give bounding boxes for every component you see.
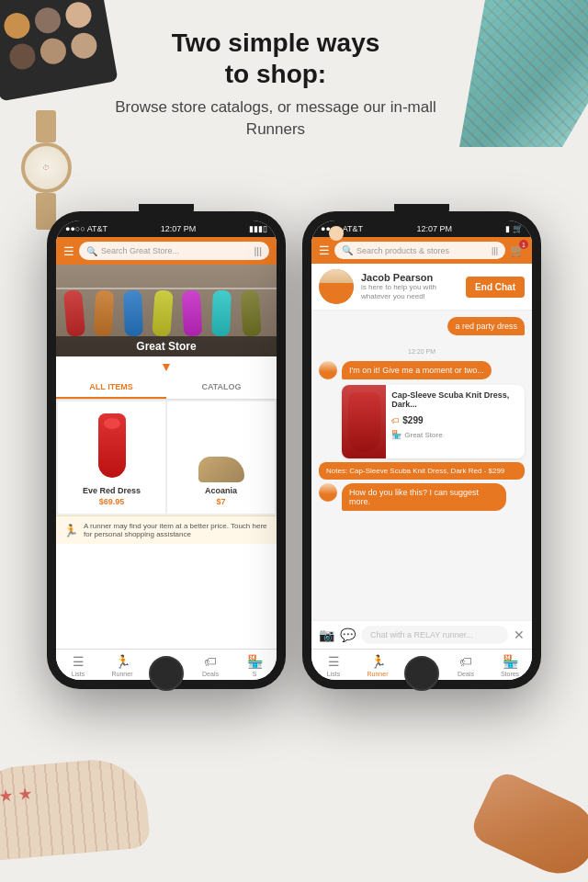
nav-deals[interactable]: 🏷 Deals <box>188 650 232 680</box>
message-bubble-left-2: How do you like this? I can suggest more… <box>342 483 506 511</box>
product-card-image <box>342 385 386 458</box>
phone1: ●●○○ AT&T 12:07 PM ▮▮▮▯ ☰ 🔍 Search Great… <box>47 211 286 689</box>
phone1-tabs[interactable]: ALL ITEMS CATALOG <box>56 377 277 400</box>
hamburger-icon[interactable]: ☰ <box>63 244 74 258</box>
deals-icon-2: 🏷 <box>446 654 486 669</box>
phone2-search-bar[interactable]: ☰ 🔍 Search products & stores ||| 🛒 1 <box>311 237 532 264</box>
nav2-deals[interactable]: 🏷 Deals <box>444 650 488 680</box>
chat-input-bar: 📷 💬 Chat with a RELAY runner... ✕ <box>311 620 532 649</box>
phone1-time: 12:07 PM <box>161 224 197 233</box>
phone1-screen: ●●○○ AT&T 12:07 PM ▮▮▮▯ ☰ 🔍 Search Great… <box>56 220 277 680</box>
nav2-stores[interactable]: 🏪 Stores <box>488 650 532 680</box>
stores-icon-2: 🏪 <box>490 654 530 669</box>
message-left-2: How do you like this? I can suggest more… <box>319 483 525 511</box>
store-image: Great Store <box>56 265 277 356</box>
search-input-2[interactable]: 🔍 Search products & stores ||| <box>334 242 505 259</box>
bread-decoration <box>468 768 588 882</box>
phone1-home-button[interactable] <box>149 656 184 691</box>
phone2-battery: ▮ 🛒 <box>505 224 523 233</box>
chat-messages-container: a red party dress 12:20 PM I'm on it! Gi… <box>311 311 532 680</box>
search-input[interactable]: 🔍 Search Great Store... ||| <box>79 242 269 260</box>
product-note: Notes: Cap-Sleeve Scuba Knit Dress, Dark… <box>319 462 525 480</box>
close-icon[interactable]: ✕ <box>514 628 525 642</box>
palette-circle <box>63 0 93 29</box>
nav-runner[interactable]: 🏃 Runner <box>100 650 144 680</box>
product-2-price: $7 <box>173 497 269 506</box>
tab-catalog[interactable]: CATALOG <box>166 377 277 399</box>
runner-banner-text: A runner may find your item at a better … <box>84 522 269 538</box>
runner-avatar-sm-2 <box>319 483 337 502</box>
product-1[interactable]: Eve Red Dress $69.95 <box>58 401 165 514</box>
product-2-name: Acoania <box>173 486 269 495</box>
barcode-icon-2: ||| <box>492 246 498 255</box>
message-left-1: I'm on it! Give me a moment or two... <box>319 361 525 379</box>
deals-icon: 🏷 <box>190 654 231 669</box>
message-bubble-left-1: I'm on it! Give me a moment or two... <box>342 361 492 379</box>
price-tag-icon: 🏷 <box>391 416 400 425</box>
phone2: ●●○○ AT&T 12:07 PM ▮ 🛒 ☰ 🔍 Search produc… <box>302 211 541 689</box>
phone1-status-bar: ●●○○ AT&T 12:07 PM ▮▮▮▯ <box>56 220 277 237</box>
stores-icon: 🏪 <box>234 654 275 669</box>
nav2-runner[interactable]: 🏃 Runner <box>356 650 400 680</box>
runner-nav-icon-2: 🏃 <box>357 654 398 669</box>
phone1-battery: ▮▮▮▯ <box>249 224 267 233</box>
runner-icon: 🏃 <box>63 524 78 537</box>
message-right-1: a red party dress <box>319 316 525 335</box>
chat-bubble-icon[interactable]: 💬 <box>340 628 356 642</box>
product-2[interactable]: Acoania $7 <box>167 401 275 514</box>
camera-icon[interactable]: 📷 <box>319 628 334 642</box>
barcode-icon: ||| <box>254 245 262 256</box>
hamburger-icon-2[interactable]: ☰ <box>319 243 330 257</box>
list-icon-2: ☰ <box>313 654 354 669</box>
phones-container: ●●○○ AT&T 12:07 PM ▮▮▮▯ ☰ 🔍 Search Great… <box>28 211 560 689</box>
header-subtitle: Browse store catalogs, or message our in… <box>92 96 459 141</box>
end-chat-button[interactable]: End Chat <box>466 277 525 298</box>
search-icon: 🔍 <box>86 246 97 256</box>
search-icon-2: 🔍 <box>342 245 353 255</box>
header-title: Two simple ways to shop: <box>92 28 459 89</box>
product-card-name: Cap-Sleeve Scuba Knit Dress, Dark... <box>391 390 519 409</box>
agent-description: is here to help you with whatever you ne… <box>361 283 458 302</box>
store-tag-icon: 🏪 <box>391 430 401 439</box>
phone2-time: 12:07 PM <box>417 224 453 233</box>
message-bubble-right-1: a red party dress <box>447 317 525 335</box>
product-1-price: $69.95 <box>63 497 160 506</box>
timestamp-1: 12:20 PM <box>319 341 525 357</box>
cart-icon[interactable]: 🛒 1 <box>510 243 525 257</box>
scroll-indicator: ▼ <box>56 356 277 377</box>
shoes-decoration: ★ ★ <box>0 763 165 882</box>
phone1-signal: ●●○○ AT&T <box>65 224 107 233</box>
products-grid: Eve Red Dress $69.95 Acoania $7 <box>56 400 277 515</box>
product-card-info: Cap-Sleeve Scuba Knit Dress, Dark... 🏷 $… <box>386 385 525 458</box>
product-card-message[interactable]: Cap-Sleeve Scuba Knit Dress, Dark... 🏷 $… <box>342 385 525 458</box>
product-1-name: Eve Red Dress <box>63 486 160 495</box>
phone2-home-button[interactable] <box>404 656 439 691</box>
list-icon: ☰ <box>58 654 98 669</box>
phone1-search-bar[interactable]: ☰ 🔍 Search Great Store... ||| <box>56 237 277 265</box>
phone2-screen: ●●○○ AT&T 12:07 PM ▮ 🛒 ☰ 🔍 Search produc… <box>311 220 532 680</box>
nav-lists[interactable]: ☰ Lists <box>56 650 100 680</box>
agent-info: Jacob Pearson is here to help you with w… <box>361 272 458 302</box>
agent-name: Jacob Pearson <box>361 272 458 283</box>
chat-messages: a red party dress 12:20 PM I'm on it! Gi… <box>311 311 532 620</box>
product-card-price: $299 <box>402 415 423 425</box>
runner-nav-icon: 🏃 <box>102 654 142 669</box>
nav2-lists[interactable]: ☰ Lists <box>311 650 356 680</box>
chat-input[interactable]: Chat with a RELAY runner... <box>361 626 508 644</box>
store-name: Great Store <box>56 336 277 356</box>
agent-avatar <box>319 269 354 304</box>
search-placeholder-2: Search products & stores <box>356 246 449 255</box>
runner-avatar-sm <box>319 361 337 379</box>
nav-stores[interactable]: 🏪 S <box>232 650 277 680</box>
phone1-notch <box>139 204 194 217</box>
chat-header: Jacob Pearson is here to help you with w… <box>311 264 532 311</box>
phone2-status-bar: ●●○○ AT&T 12:07 PM ▮ 🛒 <box>311 220 532 237</box>
tab-all-items[interactable]: ALL ITEMS <box>56 377 166 399</box>
phone2-notch <box>394 204 449 217</box>
product-card-store: Great Store <box>404 431 442 439</box>
header-section: Two simple ways to shop: Browse store ca… <box>0 28 588 141</box>
search-placeholder: Search Great Store... <box>101 246 179 255</box>
runner-banner[interactable]: 🏃 A runner may find your item at a bette… <box>56 515 277 544</box>
